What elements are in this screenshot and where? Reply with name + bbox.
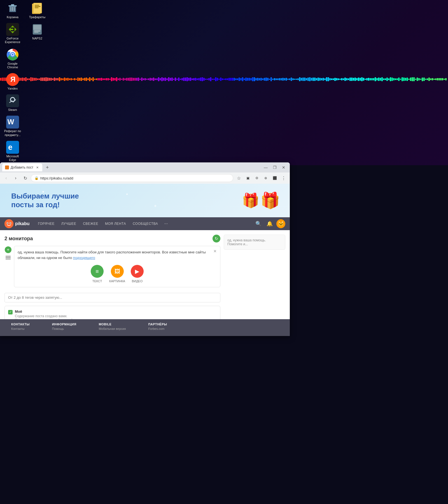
desktop-icons-col2: Трафареты NAPS2 (25, 0, 50, 42)
drag-handle[interactable] (4, 255, 12, 260)
svg-point-16 (11, 98, 14, 101)
minimize-button[interactable]: — (262, 164, 270, 171)
title-refresh-button[interactable]: ↻ (213, 235, 220, 242)
desktop-icons-col1: Корзина GeForceExperience (0, 0, 25, 185)
snow-flake: ● (62, 198, 63, 201)
add-block-button[interactable]: + (5, 246, 11, 253)
extension-icon-3[interactable]: ⊕ (262, 174, 270, 182)
yandex-label: Yandex (8, 87, 18, 90)
notifications-button[interactable]: 🔔 (265, 219, 274, 228)
maximize-button[interactable]: ❐ (271, 164, 279, 171)
nav-communities[interactable]: СООБЩЕСТВА (130, 220, 161, 228)
word-label: Реферат попредмету... (4, 129, 21, 137)
footer-partners-link[interactable]: Forbes.com (148, 327, 167, 330)
desktop-icon-templates[interactable]: Трафареты (25, 0, 50, 21)
svg-point-35 (7, 223, 8, 224)
desktop-icon-steam[interactable]: Steam (0, 93, 25, 113)
editor-main: 2 монитора ↻ + ✕ (4, 235, 220, 315)
desktop-icon-edge[interactable]: e MicrosoftEdge (0, 139, 25, 164)
gift-blue: 🎁 (262, 192, 279, 209)
image-btn-label: КАРТИНКА (109, 279, 125, 284)
editor-sidebar: од, нужна ваша помощь. Помогите и... (224, 235, 285, 315)
media-buttons: ≡ ТЕКСТ 🖼 КАРТИНКА (18, 265, 217, 284)
post-content-box: ✕ од, нужна ваша помощь. Помогите найти … (14, 246, 220, 287)
svg-point-32 (4, 219, 13, 228)
media-btn-image[interactable]: 🖼 КАРТИНКА (109, 265, 125, 284)
footer-col-info: ИНФОРМАЦИЯ Помощь (52, 323, 76, 330)
menu-button[interactable]: ⋮ (280, 174, 288, 182)
image-btn-circle: 🖼 (111, 265, 124, 278)
video-icon: ▶ (135, 267, 139, 276)
snow-flake: ● (126, 192, 128, 196)
desktop-icon-geforce[interactable]: GeForceExperience (0, 21, 25, 46)
svg-rect-26 (35, 6, 41, 7)
footer-contacts-link[interactable]: Контакты (11, 327, 30, 330)
footer-mobile-link[interactable]: Мобильная версия (99, 327, 126, 330)
footer-mobile-title: MOBILE (99, 323, 126, 326)
checkbox-my-content-control[interactable]: ✓ (8, 310, 13, 314)
svg-rect-2 (11, 4, 14, 5)
toolbar-icons: ☆ ▣ ⚙ ⊕ ⬛ ⋮ (235, 174, 288, 182)
media-btn-video[interactable]: ▶ ВИДЕО (131, 265, 144, 284)
back-button[interactable]: ‹ (2, 174, 10, 182)
banner-headline: Выбираем лучшие посты за год! (11, 192, 79, 209)
svg-rect-24 (33, 3, 42, 13)
nav-more-button[interactable]: ··· (162, 219, 170, 228)
bookmark-button[interactable]: ☆ (235, 174, 243, 182)
nav-my-feed[interactable]: МОЯ ЛЕНТА (102, 220, 129, 228)
svg-rect-31 (34, 32, 39, 32)
close-button[interactable]: ✕ (280, 164, 288, 171)
editor-row-controls: + (4, 246, 12, 260)
editor-row: + ✕ од, нужна ваша помощь. Помогите найт… (4, 246, 220, 291)
address-bar[interactable]: 🔒 https://pikabu.ru/add (31, 174, 233, 182)
footer-info-title: ИНФОРМАЦИЯ (52, 323, 76, 326)
pikabu-logo-image (4, 219, 13, 228)
underline-link[interactable]: подходящего (73, 256, 95, 260)
banner-gifts: 🎁 🎁 (242, 192, 279, 209)
media-btn-text[interactable]: ≡ ТЕКСТ (91, 265, 104, 284)
my-content-label: Моё (15, 309, 78, 314)
svg-rect-27 (35, 8, 39, 8)
svg-point-11 (12, 53, 14, 55)
pikabu-logo[interactable]: pikabu (4, 219, 30, 228)
search-nav-button[interactable]: 🔍 (254, 219, 263, 228)
post-title: 2 монитора (4, 236, 210, 242)
desktop-icon-chrome[interactable]: GoogleChrome (0, 46, 25, 71)
extension-icon-2[interactable]: ⚙ (253, 174, 261, 182)
svg-rect-30 (34, 31, 41, 31)
desktop-icon-naps2[interactable]: NAPS2 (25, 21, 50, 42)
browser-controls: ‹ › ↻ 🔒 https://pikabu.ru/add ☆ ▣ ⚙ ⊕ ⬛ … (0, 172, 290, 184)
new-tab-button[interactable]: + (43, 164, 51, 171)
gift-green: 🎁 (242, 192, 259, 209)
tab-close-button[interactable]: ✕ (35, 165, 39, 170)
hamburger-line (6, 259, 11, 259)
nav-hot[interactable]: ГОРЯЧЕЕ (35, 220, 57, 228)
footer-info-link[interactable]: Помощь (52, 327, 76, 330)
nav-fresh[interactable]: СВЕЖЕЕ (80, 220, 101, 228)
reload-button[interactable]: ↻ (21, 174, 29, 182)
svg-text:Я: Я (10, 75, 15, 83)
post-title-row: 2 монитора ↻ (4, 235, 220, 242)
desktop-icon-word[interactable]: W Реферат попредмету... (0, 114, 25, 138)
desktop-icon-trash[interactable]: Корзина (0, 0, 25, 21)
checkbox-my-content: ✓ Моё Содержание поста создано вами.Напр… (8, 309, 217, 319)
pikabu-logo-text: pikabu (15, 221, 30, 226)
browser-tab-active[interactable]: P Добавить пост ✕ (2, 164, 42, 171)
tags-input[interactable] (4, 293, 220, 302)
steam-label: Steam (8, 108, 17, 112)
video-btn-circle: ▶ (131, 265, 144, 278)
content-close-button[interactable]: ✕ (212, 248, 218, 254)
post-content-text: од, нужна ваша помощь. Помогите найти об… (18, 249, 217, 260)
extension-icon-4[interactable]: ⬛ (271, 174, 279, 182)
video-btn-label: ВИДЕО (132, 279, 143, 284)
forward-button[interactable]: › (12, 174, 20, 182)
nav-best[interactable]: ЛУЧШЕЕ (59, 220, 79, 228)
extension-icon-1[interactable]: ▣ (244, 174, 252, 182)
desktop-icon-yandex[interactable]: Я Yandex (0, 71, 25, 92)
footer-col-contacts: КОНТАКТЫ Контакты (11, 323, 30, 330)
text-btn-circle: ≡ (91, 265, 104, 278)
sidebar-help-box: од, нужна ваша помощь. Помогите и... (224, 235, 285, 250)
user-avatar[interactable]: 🐱 (276, 219, 285, 228)
footer-col-mobile: MOBILE Мобильная версия (99, 323, 126, 330)
lock-icon: 🔒 (34, 176, 39, 180)
